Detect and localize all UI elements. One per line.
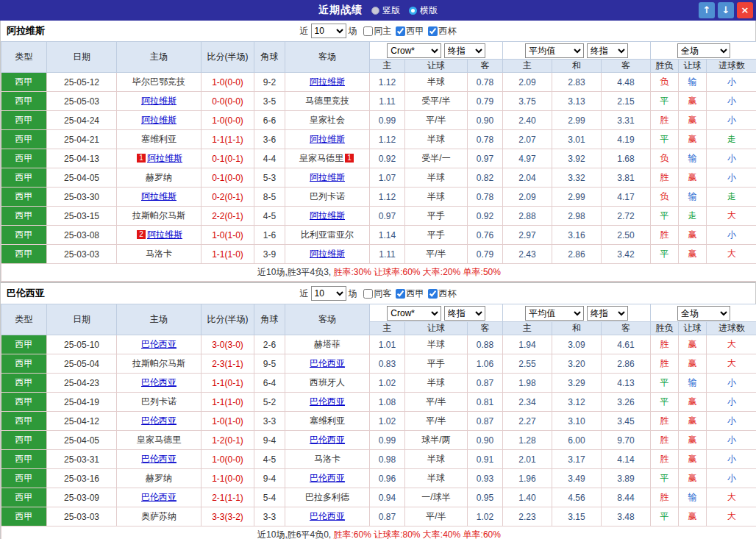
cup-input[interactable] xyxy=(428,26,438,36)
home-team-name[interactable]: 巴伦西亚 xyxy=(141,339,176,349)
home-team-name[interactable]: 巴伦西亚 xyxy=(141,377,176,388)
move-down-button[interactable]: ↓ xyxy=(718,2,734,18)
away-team-cell: 巴伦西亚 xyxy=(285,469,370,488)
layout-radio-horizontal[interactable]: 横版 xyxy=(409,4,438,17)
league-input[interactable] xyxy=(396,289,405,299)
europe-odds-time-select[interactable]: 终指 xyxy=(587,43,628,58)
home-team-name: 巴列卡诺 xyxy=(141,396,176,407)
europe-odds-time-select[interactable]: 终指 xyxy=(587,306,628,321)
match-date: 25-05-03 xyxy=(47,92,117,111)
cup-label: 西杯 xyxy=(439,288,457,300)
home-team-name: 赫罗纳 xyxy=(146,172,172,182)
col-header-type: 类型 xyxy=(1,42,47,73)
match-score: 1-1(1-0) xyxy=(202,245,254,264)
away-team-name[interactable]: 巴伦西亚 xyxy=(310,473,345,483)
match-date: 25-04-23 xyxy=(47,374,117,393)
asia-home-odds: 0.98 xyxy=(370,450,405,469)
europe-home-odds: 2.55 xyxy=(503,354,552,374)
home-team-name[interactable]: 阿拉维斯 xyxy=(141,191,176,201)
away-team-name[interactable]: 阿拉维斯 xyxy=(310,249,345,259)
company-select[interactable]: Crow* xyxy=(387,43,441,58)
away-team-name: 巴拉多利德 xyxy=(305,492,349,502)
europe-away-odds: 2.15 xyxy=(602,92,651,111)
handicap-result-cell: 赢 xyxy=(679,168,707,188)
away-team-name: 巴列卡诺 xyxy=(310,191,345,201)
goals-result-cell: 小 xyxy=(707,73,756,92)
match-score: 1-1(1-0) xyxy=(202,393,254,412)
cup-checkbox[interactable]: 西杯 xyxy=(427,288,457,300)
away-team-cell: 阿拉维斯 xyxy=(285,207,370,226)
europe-draw-odds: 3.13 xyxy=(552,92,602,111)
match-score: 1-0(0-0) xyxy=(202,450,254,469)
recent-count-select[interactable]: 10 xyxy=(311,286,346,301)
match-date: 25-04-13 xyxy=(47,149,117,168)
goals-result-cell: 大 xyxy=(707,207,756,226)
away-team-name[interactable]: 阿拉维斯 xyxy=(310,134,345,144)
recent-count-select[interactable]: 10 xyxy=(311,24,346,38)
asia-home-odds: 1.12 xyxy=(370,130,405,149)
move-up-button[interactable]: ↑ xyxy=(699,2,715,18)
home-team-name[interactable]: 阿拉维斯 xyxy=(141,96,176,106)
scope-select[interactable]: 全场 xyxy=(677,43,730,58)
home-team-name[interactable]: 阿拉维斯 xyxy=(147,229,182,240)
cup-checkbox[interactable]: 西杯 xyxy=(427,25,457,38)
europe-draw-odds: 3.09 xyxy=(552,335,602,354)
goals-result-cell: 小 xyxy=(707,92,756,111)
league-badge: 西甲 xyxy=(1,73,47,92)
close-button[interactable]: × xyxy=(737,2,753,18)
home-team-cell: 阿拉维斯 xyxy=(117,92,202,111)
europe-away-odds: 9.70 xyxy=(602,431,651,450)
europe-draw-odds: 3.10 xyxy=(552,412,602,431)
handicap-result-cell: 赢 xyxy=(679,393,707,412)
same-venue-input[interactable] xyxy=(363,26,373,36)
league-input[interactable] xyxy=(396,26,405,36)
match-date: 25-03-31 xyxy=(47,450,117,469)
away-team-name: 塞维利亚 xyxy=(310,415,345,426)
cup-input[interactable] xyxy=(428,289,438,299)
home-team-name[interactable]: 巴伦西亚 xyxy=(141,415,176,426)
home-team-name: 皇家马德里 xyxy=(137,435,181,445)
home-team-name[interactable]: 阿拉维斯 xyxy=(141,115,176,125)
away-team-name[interactable]: 巴伦西亚 xyxy=(310,511,345,521)
col-header-eu-home: 主 xyxy=(503,322,552,335)
same-venue-checkbox[interactable]: 同主 xyxy=(360,25,392,38)
home-team-name[interactable]: 阿拉维斯 xyxy=(147,153,182,163)
europe-average-select[interactable]: 平均值 xyxy=(525,43,584,58)
match-date: 25-05-10 xyxy=(47,335,117,354)
same-venue-input[interactable] xyxy=(363,289,373,299)
layout-radio-vertical[interactable]: 竖版 xyxy=(371,4,400,17)
handicap-result-cell: 赢 xyxy=(679,431,707,450)
radio-icon[interactable] xyxy=(409,7,417,15)
corner-score: 5-4 xyxy=(254,488,285,507)
league-checkbox[interactable]: 西甲 xyxy=(394,25,424,38)
league-checkbox[interactable]: 西甲 xyxy=(394,288,424,300)
europe-home-odds: 2.04 xyxy=(503,168,552,188)
goals-result-cell: 走 xyxy=(707,130,756,149)
corner-score: 4-5 xyxy=(254,450,285,469)
radio-icon[interactable] xyxy=(371,7,379,15)
asia-odds-time-select[interactable]: 终指 xyxy=(444,43,485,58)
match-score: 1-1(0-0) xyxy=(202,469,254,488)
away-team-cell: 比利亚雷亚尔 xyxy=(285,226,370,245)
away-team-name: 皇家社会 xyxy=(310,115,345,125)
goals-result-cell: 小 xyxy=(707,226,756,245)
home-team-name[interactable]: 巴伦西亚 xyxy=(141,492,176,502)
scope-select[interactable]: 全场 xyxy=(677,306,730,321)
home-team-name[interactable]: 巴伦西亚 xyxy=(141,454,176,464)
away-team-name[interactable]: 巴伦西亚 xyxy=(310,435,345,445)
away-team-name[interactable]: 阿拉维斯 xyxy=(310,172,345,182)
team-name-heading: 阿拉维斯 xyxy=(7,24,45,38)
company-select[interactable]: Crow* xyxy=(387,306,441,321)
same-venue-checkbox[interactable]: 同客 xyxy=(360,288,392,300)
away-team-name[interactable]: 阿拉维斯 xyxy=(310,210,345,221)
away-team-name[interactable]: 巴伦西亚 xyxy=(310,358,345,368)
asia-home-odds: 1.14 xyxy=(370,226,405,245)
asia-odds-time-select[interactable]: 终指 xyxy=(444,306,485,321)
team-name-heading: 巴伦西亚 xyxy=(7,287,45,300)
away-team-name: 比利亚雷亚尔 xyxy=(301,229,354,240)
europe-away-odds: 3.42 xyxy=(602,245,651,264)
away-team-name[interactable]: 阿拉维斯 xyxy=(310,76,345,87)
europe-average-select[interactable]: 平均值 xyxy=(525,306,584,321)
away-team-name[interactable]: 巴伦西亚 xyxy=(310,396,345,407)
col-header-asia-away: 客 xyxy=(468,60,503,73)
